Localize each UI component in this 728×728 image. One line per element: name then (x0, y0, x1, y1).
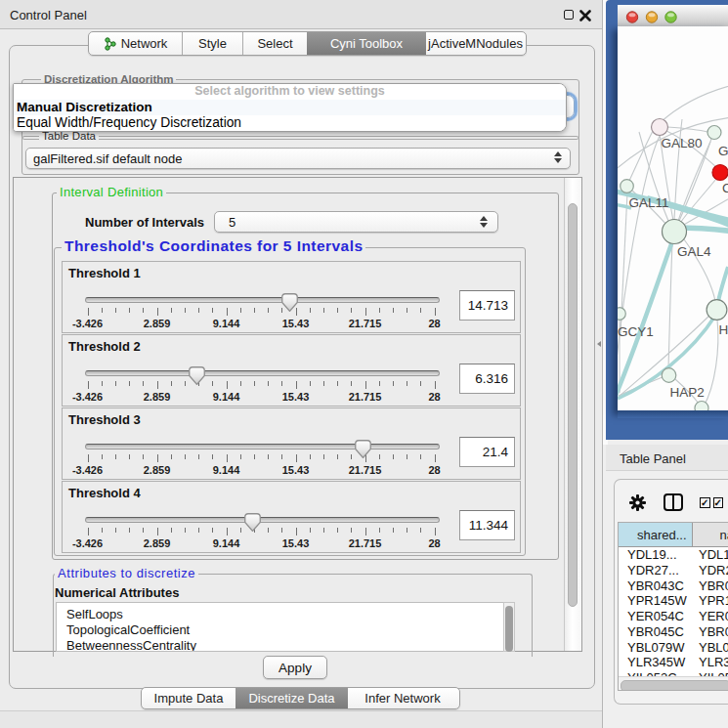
svg-text:H: H (719, 322, 728, 337)
svg-text:GAL11: GAL11 (629, 195, 669, 210)
svg-text:GCY1: GCY1 (618, 324, 654, 339)
svg-text:GAL4: GAL4 (677, 244, 711, 259)
svg-text:GA: GA (718, 144, 728, 158)
svg-text:C: C (722, 181, 728, 195)
svg-text:GAL80: GAL80 (662, 136, 703, 150)
svg-text:HAP2: HAP2 (670, 385, 705, 400)
